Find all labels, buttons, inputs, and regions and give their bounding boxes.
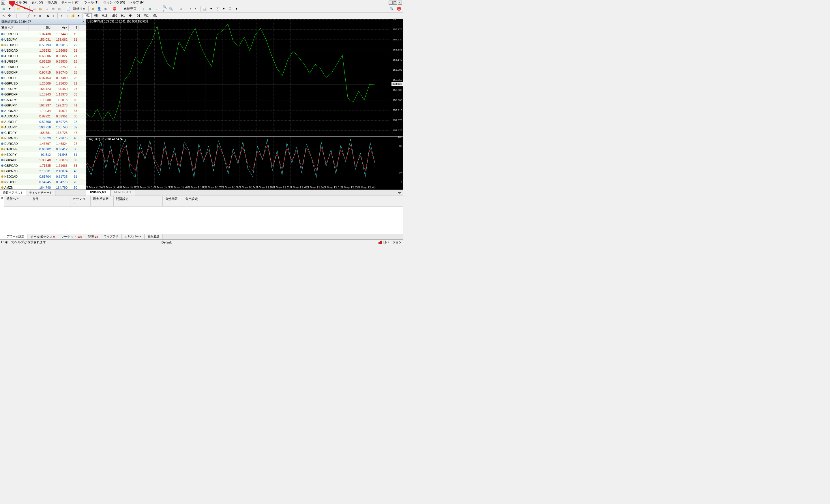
autotrade-label[interactable]: 自動売買 bbox=[123, 7, 138, 11]
menu-help[interactable]: ヘルプ (H) bbox=[127, 0, 147, 5]
templates-icon[interactable]: ☰ bbox=[227, 6, 233, 12]
market-watch-row[interactable]: NZDCAD 0.81704 0.81735 31 bbox=[0, 174, 86, 179]
bar-chart-icon[interactable]: ⫿ bbox=[141, 6, 147, 12]
vps-icon[interactable]: ◉ bbox=[103, 6, 108, 12]
label-icon[interactable]: T bbox=[51, 13, 57, 19]
th-maxiter[interactable]: 最大反復数 bbox=[91, 196, 114, 206]
menu-window[interactable]: ウィンドウ (W) bbox=[101, 0, 128, 5]
mw-tab-list[interactable]: 通貨ペアリスト bbox=[0, 190, 26, 196]
new-order-icon[interactable]: 📄 bbox=[65, 6, 71, 12]
chart-tabs-scroll-icon[interactable]: ◂▸ bbox=[396, 190, 403, 196]
menu-chart[interactable]: チャート (C) bbox=[59, 0, 82, 5]
data-window-icon[interactable]: ▦ bbox=[37, 6, 43, 12]
periods-icon[interactable]: 🕐 bbox=[215, 6, 220, 12]
market-watch-close-icon[interactable]: ✕ bbox=[82, 20, 85, 23]
market-watch-row[interactable]: GBPAUD 1.90840 1.90879 39 bbox=[0, 157, 86, 163]
scroll-icon[interactable]: ⇥ bbox=[187, 6, 192, 12]
mw-header-ask[interactable]: Ask bbox=[52, 25, 69, 31]
market-watch-row[interactable]: EURCHF 0.97464 0.97489 25 bbox=[0, 75, 86, 81]
navigator-icon[interactable]: ⊡ bbox=[44, 6, 50, 12]
chart-tab-usdjpy[interactable]: USDJPY,M1 bbox=[86, 190, 110, 196]
new-order-label[interactable]: 新規注文 bbox=[72, 7, 87, 11]
hline-icon[interactable]: ─ bbox=[20, 13, 26, 19]
thumbs-icon[interactable]: 👍 bbox=[70, 13, 76, 19]
market-watch-row[interactable]: AUDJPY 100.716 100.748 32 bbox=[0, 124, 86, 130]
mw-header-spread[interactable]: ! bbox=[69, 25, 78, 31]
chart-main[interactable]: USDJPY,M1 153.031 153.041 153.030 153.03… bbox=[86, 19, 403, 136]
timeframe-m15[interactable]: M15 bbox=[100, 13, 109, 18]
menu-view[interactable]: 表示 (V) bbox=[29, 0, 45, 5]
market-watch-row[interactable]: EURAUD 1.63221 1.63259 38 bbox=[0, 64, 86, 69]
market-watch-row[interactable]: GBPCHF 1.13943 1.13976 33 bbox=[0, 91, 86, 97]
timeframe-w1[interactable]: W1 bbox=[142, 13, 151, 18]
th-condition[interactable]: 条件 bbox=[30, 196, 70, 206]
tester-icon[interactable]: ▥ bbox=[57, 6, 62, 12]
dropdown5-icon[interactable]: ▾ bbox=[234, 6, 240, 12]
th-symbol[interactable]: 通貨ペア bbox=[4, 196, 30, 206]
term-tab-alarm[interactable]: アラーム設定 bbox=[4, 234, 27, 240]
autotrade-checkbox[interactable] bbox=[118, 7, 122, 11]
close-icon[interactable]: ✕ bbox=[398, 1, 402, 5]
term-tab-articles[interactable]: 記事 29 bbox=[85, 234, 101, 240]
market-watch-row[interactable]: GBPCAD 1.71635 1.71668 33 bbox=[0, 163, 86, 168]
term-tab-mailbox[interactable]: メールボックス 9 bbox=[27, 234, 58, 240]
market-watch-row[interactable]: USDJPY 153.031 153.062 31 bbox=[0, 37, 86, 42]
market-watch-row[interactable]: AMZN 184.740 184.790 50 bbox=[0, 185, 86, 189]
indicators-icon[interactable]: 📊 bbox=[202, 6, 208, 12]
menu-insert[interactable]: 挿入(I) bbox=[45, 0, 59, 5]
arrow-down-icon[interactable]: ↓ bbox=[64, 13, 70, 19]
trendline-icon[interactable]: ╱ bbox=[26, 13, 31, 19]
signals-icon[interactable]: 👤 bbox=[96, 6, 102, 12]
restore-icon[interactable]: ❐ bbox=[393, 1, 397, 5]
market-watch-row[interactable]: NZDUSD 0.59793 0.59815 22 bbox=[0, 42, 86, 48]
zoom-in-icon[interactable]: 🔍+ bbox=[162, 6, 168, 12]
mql-icon[interactable]: ◆ bbox=[90, 6, 96, 12]
market-watch-row[interactable]: GBPUSD 1.25609 1.25630 21 bbox=[0, 81, 86, 86]
market-watch-row[interactable]: GBPJPY 192.237 192.278 41 bbox=[0, 102, 86, 108]
mw-header-symbol[interactable]: 通貨ペア bbox=[0, 25, 29, 31]
market-watch-row[interactable]: NZDCHF 0.54245 0.54273 28 bbox=[0, 179, 86, 185]
tile-icon[interactable]: ⊞ bbox=[178, 6, 184, 12]
dropdown2-icon[interactable]: ▾ bbox=[22, 6, 28, 12]
chart-indicator[interactable]: Sto(5,3,3) 32.7381 41.5474 10080200 3 Ma… bbox=[86, 136, 403, 190]
menu-file[interactable]: ファイル (F) bbox=[7, 0, 29, 5]
market-watch-row[interactable]: EURUSD 1.07430 1.07449 19 bbox=[0, 31, 86, 37]
timeframe-m30[interactable]: M30 bbox=[109, 13, 119, 18]
term-tab-market[interactable]: マーケット 106 bbox=[58, 234, 85, 240]
market-watch-row[interactable]: CHFJPY 168.681 168.728 47 bbox=[0, 130, 86, 135]
th-counter[interactable]: カウンター bbox=[70, 196, 91, 206]
terminal-close-icon[interactable]: ✕ bbox=[1, 196, 3, 200]
candle-chart-icon[interactable]: ▮ bbox=[147, 6, 153, 12]
dropdown6-icon[interactable]: ▾ bbox=[76, 13, 82, 19]
th-interval[interactable]: 間隔設定 bbox=[114, 196, 163, 206]
timeframe-mn[interactable]: MN bbox=[151, 13, 159, 18]
arrow-up-icon[interactable]: ↑ bbox=[59, 13, 64, 19]
market-watch-row[interactable]: EURJPY 164.423 164.450 27 bbox=[0, 86, 86, 91]
market-watch-row[interactable]: CADCHF 0.66382 0.66412 30 bbox=[0, 146, 86, 152]
mw-tab-tick[interactable]: ティックチャート bbox=[26, 190, 55, 196]
dropdown-icon[interactable]: ▾ bbox=[7, 6, 13, 12]
zoom-out-icon[interactable]: 🔍- bbox=[169, 6, 174, 12]
th-sound[interactable]: 音声設定 bbox=[183, 196, 206, 206]
term-tab-library[interactable]: ライブラリ bbox=[101, 234, 122, 240]
fibo-icon[interactable]: ≡ bbox=[37, 13, 43, 19]
market-watch-row[interactable]: AUDNZD 1.10034 1.10071 37 bbox=[0, 108, 86, 114]
market-watch-row[interactable]: USDCAD 1.36632 1.36663 31 bbox=[0, 48, 86, 53]
market-watch-row[interactable]: EURNZD 1.79629 1.79675 46 bbox=[0, 135, 86, 141]
mw-header-bid[interactable]: Bid bbox=[29, 25, 52, 31]
chart-tab-eurusd[interactable]: EURUSD,H1 bbox=[110, 190, 136, 196]
line-chart-icon[interactable]: ⏦ bbox=[154, 6, 159, 12]
market-watch-row[interactable]: NZDJPY 91.512 91.543 31 bbox=[0, 152, 86, 157]
market-watch-row[interactable]: EURGBP 0.85520 0.85538 18 bbox=[0, 59, 86, 64]
market-watch-row[interactable]: AUDCHF 0.59700 0.59728 28 bbox=[0, 119, 86, 124]
market-watch-row[interactable]: AUDCAD 0.89921 0.89951 30 bbox=[0, 114, 86, 119]
term-tab-history[interactable]: 操作履歴 bbox=[145, 234, 162, 240]
profiles-icon[interactable]: 📁 bbox=[16, 6, 22, 12]
search-icon[interactable]: 🔍 bbox=[390, 7, 394, 11]
th-expiry[interactable]: 有効期限 bbox=[163, 196, 183, 206]
timeframe-h4[interactable]: H4 bbox=[127, 13, 135, 18]
market-watch-icon[interactable]: ▤ bbox=[31, 6, 37, 12]
notification-badge[interactable]: 1 bbox=[397, 6, 401, 11]
market-watch-row[interactable]: CADJPY 111.988 112.018 30 bbox=[0, 97, 86, 102]
timeframe-m1[interactable]: M1 bbox=[84, 13, 92, 18]
